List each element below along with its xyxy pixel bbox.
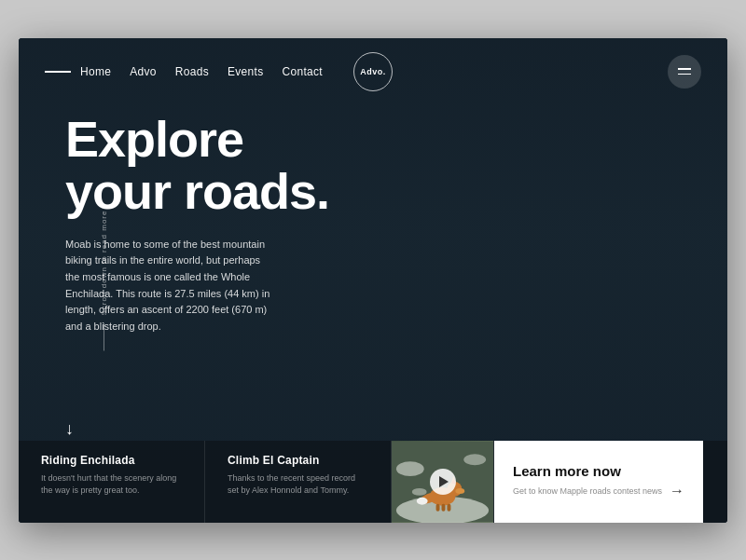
riding-desc: It doesn't hurt that the scenery along t… (41, 472, 182, 498)
play-button[interactable] (430, 469, 456, 495)
learn-more-title: Learn more now (513, 463, 684, 479)
svg-point-39 (396, 461, 424, 476)
bottom-item-riding: Riding Enchilada It doesn't hurt that th… (19, 441, 205, 523)
down-arrow: ↓ (65, 419, 74, 439)
nav-link-roads[interactable]: Roads (175, 65, 209, 78)
svg-point-35 (417, 497, 428, 504)
video-thumbnail[interactable] (392, 441, 494, 523)
svg-rect-38 (447, 503, 450, 511)
learn-more-subtitle: Get to know Mapple roads contest news → (513, 483, 684, 499)
climb-title: Climb El Captain (228, 454, 368, 467)
nav-link-advo[interactable]: Advo (130, 65, 157, 78)
svg-point-40 (463, 454, 486, 465)
climb-desc: Thanks to the recent speed record set by… (228, 472, 368, 498)
menu-line-1 (678, 68, 691, 70)
svg-rect-36 (436, 503, 440, 511)
svg-point-31 (455, 487, 464, 493)
svg-rect-37 (442, 503, 446, 511)
svg-point-41 (412, 487, 427, 495)
center-logo[interactable]: Advo. (353, 52, 393, 91)
navbar: Home Advo Roads Events Contact Advo. (19, 38, 727, 105)
bottom-bar: Riding Enchilada It doesn't hurt that th… (19, 441, 727, 523)
nav-link-contact[interactable]: Contact (282, 65, 322, 78)
riding-title: Riding Enchilada (41, 454, 182, 467)
play-triangle (439, 476, 449, 487)
bottom-item-climb: Climb El Captain Thanks to the recent sp… (205, 441, 392, 523)
hero-title-line1: Explore (65, 111, 243, 167)
learn-more-card[interactable]: Learn more now Get to know Mapple roads … (494, 441, 703, 523)
learn-more-arrow: → (670, 483, 684, 499)
nav-link-events[interactable]: Events (228, 65, 264, 78)
nav-link-home[interactable]: Home (80, 65, 111, 78)
menu-button[interactable] (668, 55, 701, 89)
hero-title: Explore your roads. (65, 113, 329, 218)
hero-description: Moab is home to some of the best mountai… (65, 237, 270, 335)
hero-content: Explore your roads. Moab is home to some… (65, 113, 329, 335)
learn-more-sub-text: Get to know Mapple roads contest news (513, 486, 662, 496)
hero-title-line2: your roads. (65, 163, 329, 219)
page-wrapper: Home Advo Roads Events Contact Advo. Scr… (19, 38, 727, 523)
nav-logo-line (45, 71, 71, 73)
menu-line-2 (678, 74, 691, 75)
